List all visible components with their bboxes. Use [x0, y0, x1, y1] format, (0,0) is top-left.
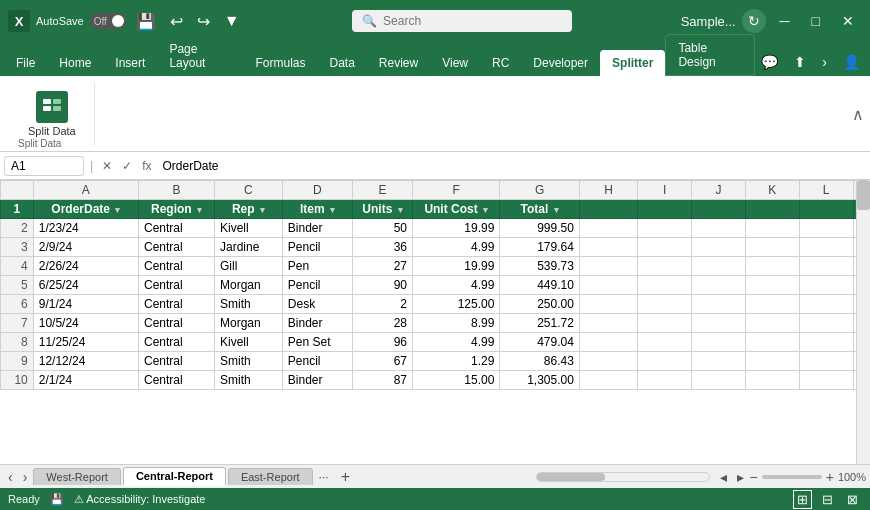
cell-orderdate[interactable]: 11/25/24: [33, 333, 138, 352]
tab-home[interactable]: Home: [47, 50, 103, 76]
cell-unitcost[interactable]: 4.99: [413, 276, 500, 295]
add-sheet-button[interactable]: +: [335, 468, 356, 486]
cell-region[interactable]: Central: [138, 257, 214, 276]
split-data-button[interactable]: Split Data: [20, 87, 84, 141]
cell-region[interactable]: Central: [138, 295, 214, 314]
cell-rep[interactable]: Smith: [215, 371, 283, 390]
formula-input[interactable]: [158, 159, 866, 173]
formula-confirm-icon[interactable]: ✓: [119, 159, 135, 173]
header-item[interactable]: Item ▾: [282, 200, 352, 219]
normal-view-icon[interactable]: ⊞: [793, 490, 812, 509]
save-button[interactable]: 💾: [132, 10, 160, 33]
cell-J[interactable]: [692, 352, 746, 371]
col-header-I[interactable]: I: [638, 181, 692, 200]
cell-unitcost[interactable]: 1.29: [413, 352, 500, 371]
tab-page-layout[interactable]: Page Layout: [157, 36, 243, 76]
cell-rep[interactable]: Morgan: [215, 276, 283, 295]
cell-I[interactable]: [638, 314, 692, 333]
cell-K[interactable]: [745, 238, 799, 257]
quick-access-more[interactable]: ▼: [220, 10, 244, 32]
cell-K[interactable]: [745, 314, 799, 333]
cell-region[interactable]: Central: [138, 238, 214, 257]
cell-J[interactable]: [692, 314, 746, 333]
cell-orderdate[interactable]: 1/23/24: [33, 219, 138, 238]
header-orderdate[interactable]: OrderDate ▾: [33, 200, 138, 219]
col-header-H[interactable]: H: [579, 181, 637, 200]
comment-icon[interactable]: 💬: [755, 52, 784, 72]
header-total[interactable]: Total ▾: [500, 200, 580, 219]
cell-L[interactable]: [799, 257, 853, 276]
tab-formulas[interactable]: Formulas: [243, 50, 317, 76]
page-layout-view-icon[interactable]: ⊟: [818, 490, 837, 509]
cell-H[interactable]: [579, 276, 637, 295]
cell-total[interactable]: 539.73: [500, 257, 580, 276]
redo-button[interactable]: ↪: [193, 10, 214, 33]
tab-rc[interactable]: RC: [480, 50, 521, 76]
cell-item[interactable]: Pencil: [282, 238, 352, 257]
col-header-A[interactable]: A: [33, 181, 138, 200]
cell-unitcost[interactable]: 19.99: [413, 257, 500, 276]
cell-H[interactable]: [579, 238, 637, 257]
cell-L[interactable]: [799, 276, 853, 295]
tab-developer[interactable]: Developer: [521, 50, 600, 76]
cell-unitcost[interactable]: 15.00: [413, 371, 500, 390]
cell-units[interactable]: 2: [353, 295, 413, 314]
cell-rep[interactable]: Morgan: [215, 314, 283, 333]
cell-total[interactable]: 999.50: [500, 219, 580, 238]
cell-orderdate[interactable]: 2/26/24: [33, 257, 138, 276]
cell-L[interactable]: [799, 333, 853, 352]
cell-L[interactable]: [799, 219, 853, 238]
cell-I[interactable]: [638, 257, 692, 276]
cell-total[interactable]: 86.43: [500, 352, 580, 371]
cell-orderdate[interactable]: 9/1/24: [33, 295, 138, 314]
cell-K[interactable]: [745, 219, 799, 238]
cell-L[interactable]: [799, 295, 853, 314]
cell-item[interactable]: Pencil: [282, 276, 352, 295]
cell-region[interactable]: Central: [138, 371, 214, 390]
page-break-view-icon[interactable]: ⊠: [843, 490, 862, 509]
cell-units[interactable]: 27: [353, 257, 413, 276]
autosave-toggle[interactable]: Off: [90, 13, 126, 29]
cell-unitcost[interactable]: 125.00: [413, 295, 500, 314]
cell-orderdate[interactable]: 12/12/24: [33, 352, 138, 371]
scrollbar-thumb-horizontal[interactable]: [537, 473, 606, 481]
cell-K[interactable]: [745, 257, 799, 276]
cell-units[interactable]: 50: [353, 219, 413, 238]
cell-region[interactable]: Central: [138, 352, 214, 371]
cell-rep[interactable]: Kivell: [215, 333, 283, 352]
zoom-slider[interactable]: [762, 475, 822, 479]
col-header-G[interactable]: G: [500, 181, 580, 200]
person-icon[interactable]: 👤: [837, 52, 866, 72]
cell-H[interactable]: [579, 257, 637, 276]
cell-K[interactable]: [745, 352, 799, 371]
col-header-F[interactable]: F: [413, 181, 500, 200]
sheet-tab-west[interactable]: West-Report: [33, 468, 121, 485]
search-input[interactable]: [383, 14, 543, 28]
cell-total[interactable]: 1,305.00: [500, 371, 580, 390]
horizontal-scrollbar[interactable]: [536, 472, 710, 482]
cell-H[interactable]: [579, 371, 637, 390]
cell-H[interactable]: [579, 352, 637, 371]
scroll-left-button[interactable]: ◂: [716, 469, 731, 485]
cell-unitcost[interactable]: 4.99: [413, 238, 500, 257]
cell-region[interactable]: Central: [138, 219, 214, 238]
cell-K[interactable]: [745, 333, 799, 352]
cell-units[interactable]: 28: [353, 314, 413, 333]
cell-I[interactable]: [638, 333, 692, 352]
sheet-more-button[interactable]: ···: [315, 470, 333, 484]
scrollbar-thumb-vertical[interactable]: [857, 180, 870, 210]
cell-item[interactable]: Binder: [282, 219, 352, 238]
tab-insert[interactable]: Insert: [103, 50, 157, 76]
sheet-tab-east[interactable]: East-Report: [228, 468, 313, 485]
col-header-E[interactable]: E: [353, 181, 413, 200]
cell-total[interactable]: 179.64: [500, 238, 580, 257]
cell-K[interactable]: [745, 276, 799, 295]
cell-J[interactable]: [692, 333, 746, 352]
minimize-button[interactable]: ─: [772, 11, 798, 31]
cell-J[interactable]: [692, 371, 746, 390]
col-header-L[interactable]: L: [799, 181, 853, 200]
cell-units[interactable]: 87: [353, 371, 413, 390]
cell-H[interactable]: [579, 314, 637, 333]
header-units[interactable]: Units ▾: [353, 200, 413, 219]
cell-I[interactable]: [638, 352, 692, 371]
